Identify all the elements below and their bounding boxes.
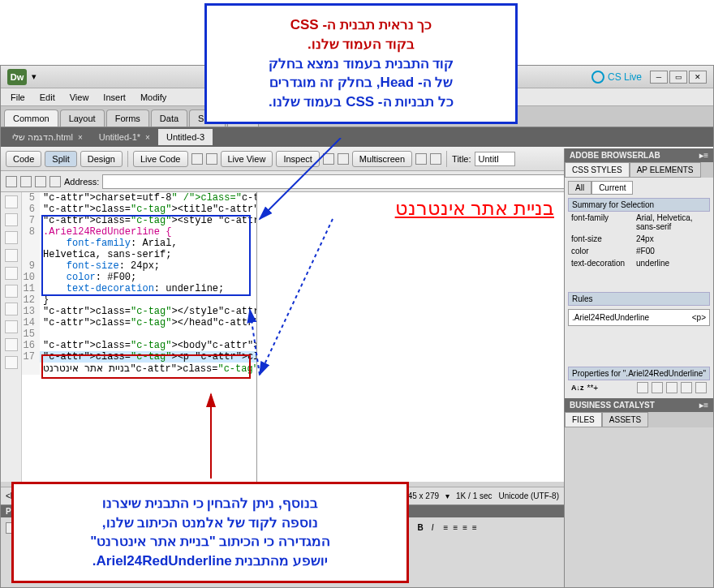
layout-dropdown-icon[interactable]: ▾ xyxy=(32,71,37,82)
rules-list[interactable]: .Ariel24RedUnderline <p> xyxy=(568,309,710,326)
tool-icon[interactable] xyxy=(430,153,441,165)
design-view-button[interactable]: Design xyxy=(80,151,123,167)
code-line[interactable]: 15 xyxy=(22,328,256,340)
code-line[interactable]: 5"c-attr">charset=utf-8" /">class="c-tag… xyxy=(22,192,256,204)
delete-rule-icon[interactable] xyxy=(695,382,707,393)
close-button[interactable]: ✕ xyxy=(689,71,707,84)
code-line[interactable]: 14"c-attr">class="c-tag"></head"c-attr">… xyxy=(22,317,256,328)
live-view-button[interactable]: Live View xyxy=(221,151,273,167)
gutter-icon[interactable] xyxy=(5,267,18,280)
code-line[interactable]: 13"c-attr">class="c-tag"></style"c-attr"… xyxy=(22,306,256,317)
code-line[interactable]: 10 color: #F00; xyxy=(22,272,256,283)
code-line[interactable]: 9 font-size: 24px; xyxy=(22,260,256,272)
prop-row[interactable]: color#F00 xyxy=(568,245,710,257)
encoding: Unicode (UTF-8) xyxy=(499,491,559,500)
current-subtab[interactable]: Current xyxy=(591,181,633,195)
prop-row[interactable]: font-size24px xyxy=(568,233,710,245)
multiscreen-button[interactable]: Multiscreen xyxy=(352,151,412,167)
new-rule-icon[interactable] xyxy=(652,382,663,393)
code-line[interactable]: 11 text-decoration: underline; xyxy=(22,283,256,294)
title-label: Title: xyxy=(452,154,471,164)
preview-heading[interactable]: בניית אתר אינטרנט xyxy=(267,197,554,220)
doc-tab[interactable]: הדגמה שלי.html× xyxy=(4,129,91,146)
gutter-icon[interactable] xyxy=(5,285,18,298)
doc-tab[interactable]: Untitled-1*× xyxy=(91,129,158,145)
main-split-view: 5"c-attr">charset=utf-8" /">class="c-tag… xyxy=(1,192,564,482)
close-icon[interactable]: × xyxy=(78,133,83,142)
gutter-icon[interactable] xyxy=(5,338,18,351)
code-line[interactable]: 7"c-attr">class="c-tag"><style "c-attr">… xyxy=(22,215,256,226)
italic-button[interactable]: I xyxy=(432,523,434,532)
disable-rule-icon[interactable] xyxy=(681,382,692,393)
bold-button[interactable]: B xyxy=(418,523,424,532)
doc-tab-active[interactable]: Untitled-3 xyxy=(158,129,213,145)
assets-tab[interactable]: ASSETS xyxy=(602,412,648,427)
edit-rule-icon[interactable] xyxy=(666,382,677,393)
tool-icon[interactable] xyxy=(415,153,427,165)
minimize-button[interactable]: ─ xyxy=(650,71,668,84)
menu-insert[interactable]: Insert xyxy=(97,91,132,104)
tab-forms[interactable]: Forms xyxy=(106,109,149,127)
code-line[interactable]: 6"c-attr">class="c-tag"><title"c-attr">c… xyxy=(22,204,256,215)
split-view-button[interactable]: Split xyxy=(45,151,76,167)
forward-icon[interactable] xyxy=(20,176,32,187)
callout-line: כך נראית תבנית ה- CSS xyxy=(290,17,432,32)
code-line[interactable]: 8.Ariel24RedUnderline { xyxy=(22,226,256,238)
gutter-icon[interactable] xyxy=(5,249,18,262)
tab-data[interactable]: Data xyxy=(151,109,187,127)
menu-file[interactable]: File xyxy=(4,91,32,104)
link-css-icon[interactable] xyxy=(637,382,648,393)
ap-elements-tab[interactable]: AP ELEMENTS xyxy=(630,162,701,178)
gutter-icon[interactable] xyxy=(5,320,18,333)
gutter-icon[interactable] xyxy=(5,231,18,244)
maximize-button[interactable]: ▭ xyxy=(669,71,687,84)
align-center-icon[interactable]: ≡ xyxy=(453,523,458,532)
nav-icon[interactable] xyxy=(338,153,349,165)
cslive-link[interactable]: CS Live xyxy=(591,71,642,84)
business-catalyst-header[interactable]: BUSINESS CATALYST▸≡ xyxy=(565,398,713,412)
code-line[interactable]: font-family: Arial, xyxy=(22,238,256,249)
tab-layout[interactable]: Layout xyxy=(60,109,105,127)
prop-row[interactable]: font-familyArial, Helvetica, sans-serif xyxy=(568,212,710,233)
code-line[interactable]: Helvetica, sans-serif; xyxy=(22,249,256,260)
files-tab[interactable]: FILES xyxy=(565,412,602,427)
prop-row[interactable]: text-decorationunderline xyxy=(568,257,710,269)
inspect-icon[interactable] xyxy=(191,153,203,165)
live-code-button[interactable]: Live Code xyxy=(133,151,188,167)
align-justify-icon[interactable]: ≡ xyxy=(472,523,477,532)
code-line[interactable]: 16"c-attr">class="c-tag"><body"c-attr">c… xyxy=(22,340,256,351)
gutter-icon[interactable] xyxy=(5,303,18,315)
align-right-icon[interactable]: ≡ xyxy=(462,523,467,532)
browser-icon[interactable] xyxy=(323,153,334,165)
callout-line: בנוסף, ניתן להבחין כי התבנית שיצרנו xyxy=(102,496,317,511)
gutter-icon[interactable] xyxy=(5,195,18,208)
callout-line: נוספה לקוד של אלמנט הכיתוב שלנו, xyxy=(102,515,318,530)
refresh-icon[interactable] xyxy=(35,176,46,187)
menu-edit[interactable]: Edit xyxy=(33,91,62,104)
title-input[interactable] xyxy=(475,152,515,166)
all-subtab[interactable]: All xyxy=(568,181,591,195)
tab-common[interactable]: Common xyxy=(4,109,58,127)
code-line[interactable]: בניית אתר אינטרנט"c-attr">class="c-tag">… xyxy=(22,363,256,375)
align-left-icon[interactable]: ≡ xyxy=(444,523,449,532)
menu-modify[interactable]: Modify xyxy=(134,91,173,104)
refresh-icon[interactable] xyxy=(206,153,217,165)
browserlab-panel-header[interactable]: ADOBE BROWSERLAB▸≡ xyxy=(565,148,713,162)
code-view-button[interactable]: Code xyxy=(6,151,41,167)
sort-az-icon[interactable]: A↓z xyxy=(571,384,584,392)
code-toolbar-gutter xyxy=(1,192,22,482)
inspect-button[interactable]: Inspect xyxy=(276,151,319,167)
back-icon[interactable] xyxy=(6,176,17,187)
code-editor[interactable]: 5"c-attr">charset=utf-8" /">class="c-tag… xyxy=(22,192,257,482)
code-line[interactable]: 12} xyxy=(22,294,256,306)
doc-tab-label: Untitled-3 xyxy=(166,132,204,142)
design-preview[interactable]: בניית אתר אינטרנט xyxy=(257,192,564,482)
menu-view[interactable]: View xyxy=(63,91,96,104)
gutter-icon[interactable] xyxy=(5,356,18,369)
css-styles-tab[interactable]: CSS STYLES xyxy=(565,162,630,178)
code-line[interactable]: 17"c-attr">class="c-tag"><p "c-attr">cla… xyxy=(22,351,256,363)
close-icon[interactable]: × xyxy=(145,133,150,142)
home-icon[interactable] xyxy=(49,176,61,187)
right-panels: ADOBE BROWSERLAB▸≡ CSS STYLES AP ELEMENT… xyxy=(564,148,713,587)
gutter-icon[interactable] xyxy=(5,213,18,226)
